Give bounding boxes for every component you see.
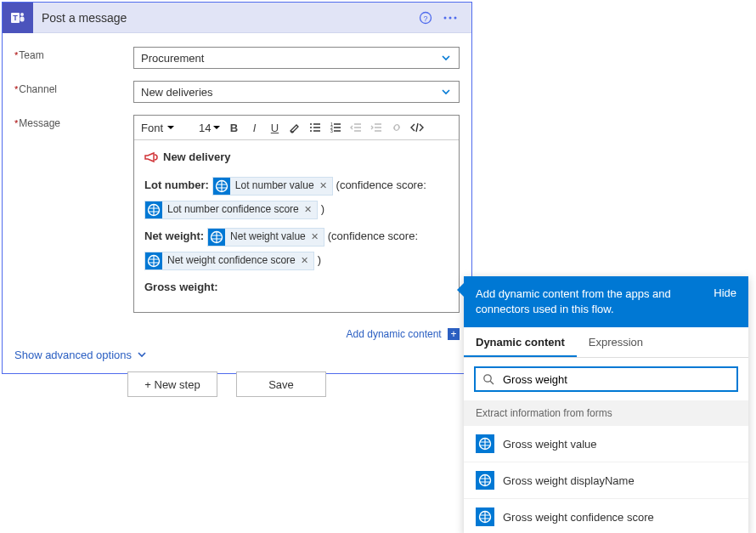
svg-point-12 bbox=[310, 130, 312, 132]
tab-expression[interactable]: Expression bbox=[577, 327, 655, 357]
dc-item-label: Gross weight value bbox=[503, 438, 597, 451]
outdent-button[interactable] bbox=[348, 119, 364, 136]
field-team-label: *Team bbox=[14, 47, 133, 69]
svg-rect-4 bbox=[20, 16, 25, 21]
action-card: T Post a message ? *Team Procurement *Ch… bbox=[2, 2, 472, 374]
tab-dynamic-content[interactable]: Dynamic content bbox=[464, 327, 577, 357]
code-view-button[interactable] bbox=[409, 119, 425, 136]
token-remove-icon[interactable]: ✕ bbox=[311, 230, 319, 245]
field-team-row: *Team Procurement bbox=[14, 47, 460, 69]
dc-item-label: Gross weight displayName bbox=[503, 474, 635, 487]
editor-body[interactable]: New delivery Lot number: Lot number valu… bbox=[134, 140, 459, 312]
lot-label: Lot number: bbox=[144, 177, 209, 195]
channel-dropdown[interactable]: New deliveries bbox=[133, 81, 460, 103]
token-lot-value[interactable]: Lot number value ✕ bbox=[212, 177, 333, 196]
ai-globe-icon bbox=[213, 178, 230, 195]
chevron-down-icon bbox=[137, 349, 147, 360]
dc-group-header: Extract information from forms bbox=[464, 400, 748, 426]
rich-editor: Font 14 B I U bbox=[133, 115, 460, 313]
highlight-button[interactable] bbox=[287, 119, 302, 136]
bold-button[interactable]: B bbox=[226, 119, 241, 136]
dc-header-text: Add dynamic content from the apps and co… bbox=[476, 286, 705, 317]
field-channel-label: *Channel bbox=[14, 81, 133, 103]
gross-label: Gross weight: bbox=[144, 279, 449, 297]
more-icon[interactable] bbox=[437, 11, 463, 25]
footer-buttons: + New step Save bbox=[127, 371, 326, 397]
font-size-select[interactable]: 14 bbox=[199, 122, 221, 134]
dc-tabs: Dynamic content Expression bbox=[464, 327, 748, 358]
ai-globe-icon bbox=[476, 507, 494, 526]
dc-result-item[interactable]: Gross weight value bbox=[464, 426, 748, 462]
plus-icon: + bbox=[448, 328, 460, 340]
svg-point-10 bbox=[310, 123, 312, 125]
dc-search-box[interactable] bbox=[474, 366, 738, 392]
ai-globe-icon bbox=[145, 201, 162, 218]
panel-notch bbox=[457, 283, 464, 297]
ai-globe-icon bbox=[208, 229, 225, 246]
show-advanced-options[interactable]: Show advanced options bbox=[3, 349, 471, 373]
token-remove-icon[interactable]: ✕ bbox=[304, 202, 312, 218]
megaphone-icon bbox=[144, 151, 158, 163]
italic-button[interactable]: I bbox=[246, 119, 262, 136]
token-remove-icon[interactable]: ✕ bbox=[319, 179, 327, 194]
svg-point-11 bbox=[310, 127, 312, 128]
svg-point-8 bbox=[449, 16, 452, 19]
add-dynamic-content-link[interactable]: Add dynamic content + bbox=[3, 323, 471, 349]
ai-globe-icon bbox=[145, 252, 162, 269]
svg-point-16 bbox=[484, 375, 491, 382]
chevron-down-icon bbox=[440, 52, 452, 64]
conf-open: (confidence score: bbox=[336, 177, 426, 195]
save-button[interactable]: Save bbox=[236, 371, 326, 397]
team-value: Procurement bbox=[141, 52, 204, 65]
dc-search-input[interactable] bbox=[501, 372, 730, 387]
ai-globe-icon bbox=[476, 471, 494, 490]
svg-point-3 bbox=[20, 13, 24, 16]
token-net-value[interactable]: Net weight value ✕ bbox=[207, 228, 324, 247]
new-step-button[interactable]: + New step bbox=[127, 371, 217, 397]
conf-close: ) bbox=[318, 252, 321, 269]
editor-toolbar: Font 14 B I U bbox=[134, 116, 459, 140]
token-remove-icon[interactable]: ✕ bbox=[301, 253, 308, 269]
field-channel-row: *Channel New deliveries bbox=[14, 81, 460, 103]
help-icon[interactable]: ? bbox=[414, 11, 437, 25]
channel-value: New deliveries bbox=[141, 86, 213, 99]
token-lot-conf[interactable]: Lot number confidence score ✕ bbox=[144, 201, 318, 219]
search-icon bbox=[482, 373, 494, 385]
dc-header: Add dynamic content from the apps and co… bbox=[464, 276, 748, 327]
ai-globe-icon bbox=[476, 434, 494, 453]
card-header[interactable]: T Post a message ? bbox=[3, 3, 471, 33]
card-body: *Team Procurement *Channel New deliverie… bbox=[3, 33, 471, 323]
svg-text:3: 3 bbox=[330, 128, 333, 133]
dc-result-item[interactable]: Gross weight confidence score bbox=[464, 499, 748, 533]
svg-point-7 bbox=[444, 16, 447, 19]
dc-result-item[interactable]: Gross weight displayName bbox=[464, 462, 748, 499]
bullets-button[interactable] bbox=[307, 119, 323, 136]
dynamic-content-panel: Add dynamic content from the apps and co… bbox=[464, 276, 748, 533]
token-net-conf[interactable]: Net weight confidence score ✕ bbox=[144, 252, 314, 270]
font-select[interactable]: Font bbox=[141, 122, 194, 134]
numbered-button[interactable]: 123 bbox=[328, 119, 343, 136]
indent-button[interactable] bbox=[369, 119, 384, 136]
teams-icon: T bbox=[3, 3, 33, 33]
field-message-label: *Message bbox=[14, 115, 133, 313]
chevron-down-icon bbox=[440, 86, 452, 98]
conf-close: ) bbox=[321, 201, 324, 218]
field-message-row: *Message Font 14 B I U bbox=[14, 115, 460, 313]
hide-button[interactable]: Hide bbox=[714, 286, 736, 317]
team-dropdown[interactable]: Procurement bbox=[133, 47, 460, 69]
svg-text:T: T bbox=[13, 14, 18, 22]
editor-title: New delivery bbox=[163, 149, 231, 167]
svg-point-9 bbox=[454, 16, 457, 19]
dc-item-label: Gross weight confidence score bbox=[503, 511, 654, 524]
link-button[interactable] bbox=[389, 119, 404, 136]
net-label: Net weight: bbox=[144, 228, 204, 246]
card-title: Post a message bbox=[33, 11, 414, 25]
underline-button[interactable]: U bbox=[267, 119, 282, 136]
svg-text:?: ? bbox=[423, 14, 427, 22]
conf-open: (confidence score: bbox=[328, 228, 418, 246]
